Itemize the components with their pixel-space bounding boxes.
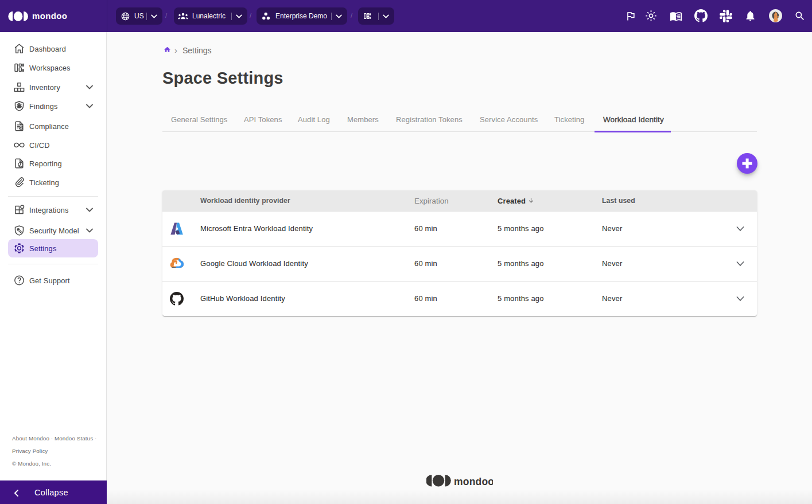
svg-text:mondoo: mondoo bbox=[454, 476, 493, 487]
